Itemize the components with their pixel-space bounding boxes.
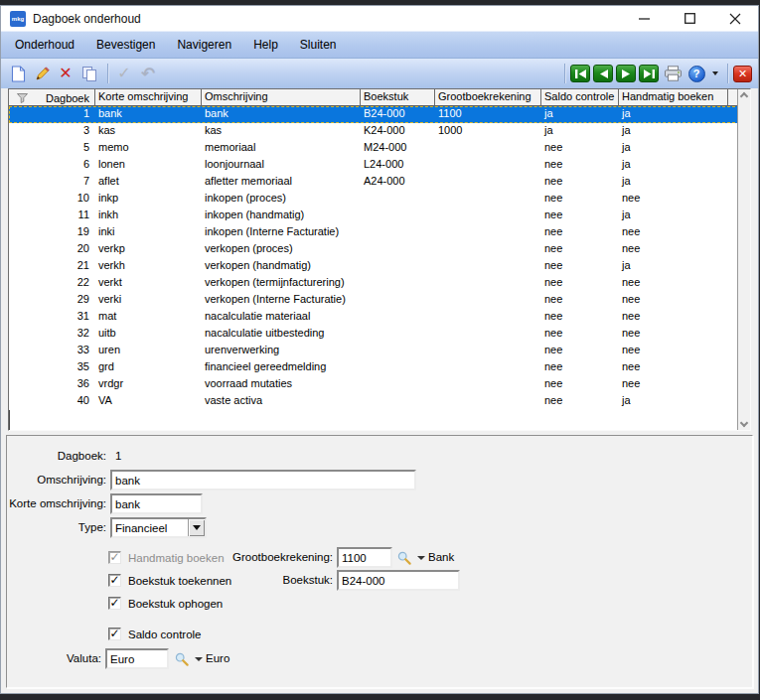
next-record-icon (622, 70, 631, 78)
checkbox-box: ✓ (108, 597, 121, 610)
previous-record-button[interactable] (593, 65, 613, 82)
checkbox-label: Boekstuk toekennen (128, 575, 231, 587)
edit-button[interactable] (31, 63, 53, 84)
scroll-down-icon[interactable] (740, 419, 748, 427)
toolbar-separator (564, 64, 565, 83)
table-row[interactable]: 35 grd financieel gereedmelding nee nee (9, 359, 750, 376)
korte-omschrijving-input[interactable] (110, 493, 203, 514)
checkmark-icon: ✓ (109, 597, 119, 609)
column-header-handmatig-boeken[interactable]: Handmatig boeken (619, 89, 728, 106)
table-row[interactable]: 7 aflet afletter memoriaal A24-000 nee j… (9, 174, 750, 191)
vertical-scrollbar[interactable] (737, 89, 750, 430)
menu-item-sluiten[interactable]: Sluiten (300, 38, 337, 52)
valuta-lookup (175, 648, 203, 669)
table-row[interactable]: 29 verki verkopen (Interne Facturatie) n… (9, 292, 750, 309)
maximize-icon (684, 13, 695, 24)
table-row[interactable]: 40 VA vaste activa nee ja (9, 393, 750, 410)
column-header-grootboekrekening[interactable]: Grootboekrekening (435, 89, 541, 106)
new-button[interactable] (7, 63, 29, 84)
table-row[interactable]: 22 verkt verkopen (termijnfacturering) n… (9, 275, 750, 292)
lookup-caret-icon[interactable] (195, 657, 203, 661)
valuta-description: Euro (206, 648, 229, 668)
minimize-button[interactable] (621, 6, 667, 31)
maximize-button[interactable] (667, 6, 712, 31)
saldo-controle-checkbox[interactable]: ✓ Saldo controle (108, 628, 202, 640)
grootboekrekening-lookup (397, 547, 425, 568)
checkbox-label: Boekstuk ophogen (128, 598, 223, 610)
title-bar: mkg Dagboek onderhoud (1, 6, 758, 31)
table-row[interactable]: 32 uitb nacalculatie uitbesteding nee ne… (9, 326, 750, 343)
table-row[interactable]: 1 bank bank B24-000 1100 ja ja (9, 106, 750, 123)
table-row[interactable]: 36 vrdgr voorraad mutaties nee nee (9, 376, 750, 393)
valuta-label: Valuta: (7, 648, 101, 668)
type-value: Financieel (112, 522, 188, 534)
boekstuk-label: Boekstuk: (233, 570, 333, 590)
minimize-icon (639, 13, 650, 24)
table-row[interactable]: 11 inkh inkopen (handmatig) nee ja (9, 208, 750, 224)
omschrijving-input[interactable] (110, 470, 416, 490)
menu-item-navigeren[interactable]: Navigeren (177, 38, 231, 52)
column-header-dagboek[interactable]: Dagboek (9, 89, 95, 106)
filter-icon[interactable] (17, 93, 28, 103)
grootboekrekening-description: Bank (428, 547, 454, 567)
menu-bar: OnderhoudBevestigenNavigerenHelpSluiten (1, 31, 758, 58)
boekstuk-toekennen-checkbox[interactable]: ✓ Boekstuk toekennen (108, 574, 231, 587)
journal-table: Dagboek Korte omschrijving Omschrijving … (8, 88, 751, 431)
table-row[interactable]: 33 uren urenverwerking nee nee (9, 343, 750, 359)
close-form-button[interactable]: ✕ (733, 66, 752, 82)
table-row[interactable]: 20 verkp verkopen (proces) nee nee (9, 241, 750, 258)
next-record-button[interactable] (616, 65, 636, 82)
copy-button[interactable] (78, 63, 100, 84)
grootboekrekening-label: Grootboekrekening: (186, 547, 333, 567)
new-document-icon (11, 66, 26, 82)
table-row[interactable]: 5 memo memoriaal M24-000 nee ja (9, 140, 750, 157)
table-row[interactable]: 10 inkp inkopen (proces) nee nee (9, 191, 750, 208)
checkbox-box: ✓ (108, 574, 121, 587)
last-record-button[interactable] (639, 65, 659, 82)
first-record-button[interactable] (570, 65, 590, 82)
help-button[interactable]: ? (685, 63, 707, 84)
column-header-saldo-controle[interactable]: Saldo controle (541, 89, 619, 106)
checkmark-icon: ✓ (109, 628, 119, 639)
valuta-input[interactable] (105, 648, 169, 669)
close-x-icon: ✕ (738, 68, 747, 80)
column-header-omschrijving[interactable]: Omschrijving (202, 89, 361, 106)
dagboek-label: Dagboek: (7, 446, 106, 466)
table-row[interactable]: 31 mat nacalculatie materiaal nee nee (9, 309, 750, 326)
checkbox-box: ✓ (108, 628, 121, 640)
close-window-button[interactable] (712, 6, 758, 31)
scroll-up-icon[interactable] (740, 92, 748, 100)
table-row[interactable]: 19 inki inkopen (Interne Facturatie) nee… (9, 224, 750, 241)
boekstuk-input[interactable] (337, 570, 460, 591)
help-dropdown-caret-icon[interactable] (712, 71, 718, 75)
table-row[interactable]: 3 kas kas K24-000 1000 ja ja (9, 123, 750, 140)
magnifier-icon[interactable] (175, 652, 189, 666)
table-row[interactable]: 21 verkh verkopen (handmatig) nee ja (9, 258, 750, 275)
table-row[interactable]: 6 lonen loonjournaal L24-000 nee ja (9, 157, 750, 174)
confirm-button[interactable]: ✓ (113, 63, 135, 84)
first-record-icon (575, 70, 586, 78)
last-record-icon (644, 70, 655, 78)
checkmark-icon: ✓ (109, 551, 119, 563)
column-label: Dagboek (46, 92, 89, 104)
dropdown-button[interactable] (188, 519, 205, 536)
magnifier-icon[interactable] (397, 551, 411, 565)
toolbar: ✕ ✓ ↶ (1, 58, 758, 88)
undo-button[interactable]: ↶ (137, 63, 159, 84)
toolbar-separator (727, 64, 728, 83)
chevron-down-icon (193, 525, 201, 530)
print-button[interactable] (662, 63, 684, 84)
lookup-caret-icon[interactable] (417, 556, 425, 560)
menu-item-onderhoud[interactable]: Onderhoud (15, 38, 75, 52)
grootboekrekening-input[interactable] (337, 547, 392, 568)
column-header-boekstuk[interactable]: Boekstuk (361, 89, 435, 106)
printer-icon (664, 66, 683, 81)
column-header-korte-omschrijving[interactable]: Korte omschrijving (95, 89, 202, 106)
korte-omschrijving-label: Korte omschrijving: (7, 493, 106, 513)
menu-item-help[interactable]: Help (253, 38, 278, 52)
menu-item-bevestigen[interactable]: Bevestigen (96, 38, 155, 52)
delete-button[interactable]: ✕ (55, 63, 76, 84)
boekstuk-ophogen-checkbox[interactable]: ✓ Boekstuk ophogen (108, 597, 223, 610)
undo-icon: ↶ (141, 66, 155, 82)
type-dropdown[interactable]: Financieel (110, 517, 207, 538)
